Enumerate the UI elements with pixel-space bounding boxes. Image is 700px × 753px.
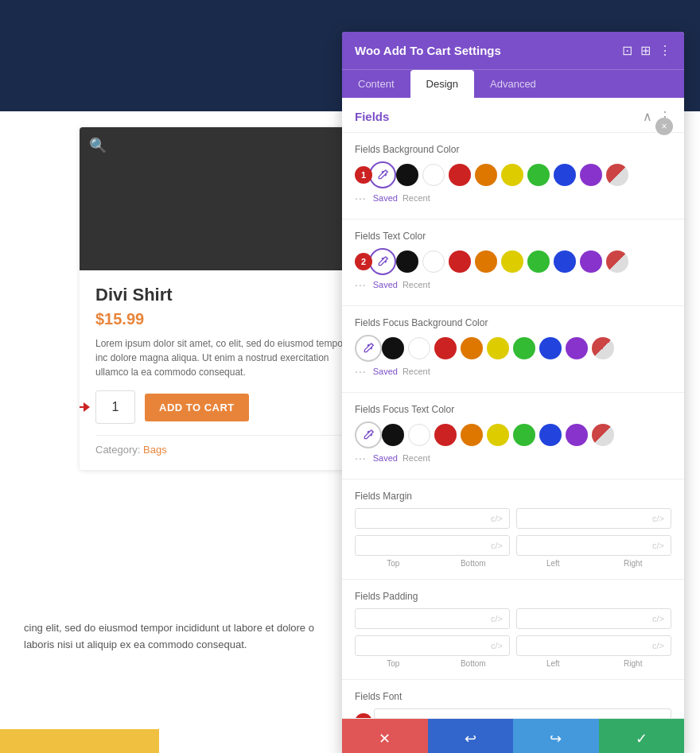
swatch-red-1[interactable] xyxy=(449,164,471,186)
saved-label-1[interactable]: Saved xyxy=(373,193,398,203)
bottom-yellow-bar xyxy=(0,729,159,753)
color-meta-4: ··· Saved Recent xyxy=(355,448,671,468)
margin-right-field[interactable]: c/> xyxy=(516,535,671,556)
add-to-cart-button[interactable]: ADD TO CART xyxy=(145,394,249,421)
swatch-yellow-1[interactable] xyxy=(501,164,523,186)
swatch-red-4[interactable] xyxy=(434,424,457,446)
eyedropper-1[interactable] xyxy=(369,161,396,188)
field-group-padding: Fields Padding c/> c/> c/> c/> Top Botto… xyxy=(342,580,684,680)
eyedropper-icon-4 xyxy=(362,429,375,441)
swatch-purple-2[interactable] xyxy=(580,250,602,273)
more-icon[interactable]: ⋮ xyxy=(659,43,671,58)
swatch-white-3[interactable] xyxy=(408,337,430,359)
swatch-transparent-4[interactable] xyxy=(592,424,614,446)
swatch-purple-3[interactable] xyxy=(566,337,588,359)
swatch-red-3[interactable] xyxy=(434,337,457,359)
panel-close-button[interactable]: × xyxy=(655,118,673,135)
swatch-black-1[interactable] xyxy=(396,164,418,186)
font-value: Roboto xyxy=(383,716,416,719)
three-dots-4[interactable]: ··· xyxy=(355,452,367,464)
swatch-black-4[interactable] xyxy=(382,424,404,446)
margin-top-field[interactable]: c/> xyxy=(355,508,510,529)
recent-label-4[interactable]: Recent xyxy=(402,453,430,463)
field-group-bg-color: Fields Background Color 1 xyxy=(342,133,684,219)
font-select[interactable]: Roboto ⇅ xyxy=(374,708,671,718)
saved-label-3[interactable]: Saved xyxy=(373,367,398,376)
product-category: Category: Bags xyxy=(95,435,350,456)
save-button[interactable]: ✓ xyxy=(599,719,685,753)
swatch-orange-1[interactable] xyxy=(475,164,497,186)
eyedropper-2[interactable] xyxy=(369,248,396,275)
section-title: Fields xyxy=(355,110,389,123)
panel-header-icons: ⊡ ⊞ ⋮ xyxy=(622,43,671,58)
three-dots-3[interactable]: ··· xyxy=(355,365,367,378)
margin-left-field[interactable]: c/> xyxy=(355,535,510,556)
margin-bottom-field[interactable]: c/> xyxy=(516,508,671,529)
cancel-button[interactable]: ✕ xyxy=(342,719,428,753)
padding-right-field[interactable]: c/> xyxy=(516,635,671,656)
text-color-row: 2 xyxy=(355,248,671,275)
swatch-transparent-2[interactable] xyxy=(606,250,628,273)
swatch-white-1[interactable] xyxy=(422,164,445,186)
field-group-margin: Fields Margin c/> c/> c/> c/> Top Bottom… xyxy=(342,479,684,580)
swatch-yellow-3[interactable] xyxy=(487,337,509,359)
swatch-orange-4[interactable] xyxy=(461,424,483,446)
padding-top-icon: c/> xyxy=(491,614,503,623)
swatch-black-3[interactable] xyxy=(382,337,404,359)
quantity-input[interactable] xyxy=(95,390,135,424)
swatch-green-2[interactable] xyxy=(527,250,550,273)
swatch-green-3[interactable] xyxy=(513,337,535,359)
padding-left-field[interactable]: c/> xyxy=(355,635,510,656)
padding-top-field[interactable]: c/> xyxy=(355,608,510,629)
padding-bottom-field[interactable]: c/> xyxy=(516,608,671,629)
padding-bottom-label: Bottom xyxy=(435,659,512,668)
saved-label-2[interactable]: Saved xyxy=(373,280,398,289)
three-dots-2[interactable]: ··· xyxy=(355,278,367,291)
margin-labels: Top Bottom Left Right xyxy=(355,559,671,568)
focus-text-color-label: Fields Focus Text Color xyxy=(355,404,671,415)
chevron-up-icon[interactable]: ∧ xyxy=(643,109,652,124)
tab-design[interactable]: Design xyxy=(410,70,474,98)
recent-label-1[interactable]: Recent xyxy=(402,193,430,203)
undo-button[interactable]: ↩ xyxy=(428,719,514,753)
swatch-orange-2[interactable] xyxy=(475,250,497,273)
redo-button[interactable]: ↪ xyxy=(513,719,599,753)
padding-top-label: Top xyxy=(355,659,432,668)
field-group-focus-bg-color: Fields Focus Background Color xyxy=(342,306,684,393)
swatch-orange-3[interactable] xyxy=(461,337,483,359)
eyedropper-4[interactable] xyxy=(355,421,382,448)
swatch-yellow-4[interactable] xyxy=(487,424,509,446)
recent-label-3[interactable]: Recent xyxy=(402,367,430,376)
swatch-yellow-2[interactable] xyxy=(501,250,523,273)
swatch-transparent-1[interactable] xyxy=(606,164,628,186)
swatch-blue-1[interactable] xyxy=(554,164,576,186)
tab-content[interactable]: Content xyxy=(342,70,410,98)
recent-label-2[interactable]: Recent xyxy=(402,280,430,289)
category-link[interactable]: Bags xyxy=(143,444,167,456)
swatch-transparent-3[interactable] xyxy=(592,337,614,359)
swatch-white-4[interactable] xyxy=(408,424,430,446)
margin-bottom-icon: c/> xyxy=(652,514,664,523)
three-dots-1[interactable]: ··· xyxy=(355,192,367,204)
tab-advanced[interactable]: Advanced xyxy=(474,70,552,98)
swatch-black-2[interactable] xyxy=(396,250,418,273)
saved-label-4[interactable]: Saved xyxy=(373,453,398,463)
eyedropper-3[interactable] xyxy=(355,335,382,362)
swatch-blue-2[interactable] xyxy=(554,250,576,273)
swatch-blue-4[interactable] xyxy=(539,424,562,446)
section-header: Fields ∧ ⋮ xyxy=(342,98,684,133)
swatch-purple-4[interactable] xyxy=(566,424,588,446)
swatch-red-2[interactable] xyxy=(449,250,471,273)
bg-color-label: Fields Background Color xyxy=(355,144,671,155)
swatch-white-2[interactable] xyxy=(422,250,445,273)
split-icon[interactable]: ⊞ xyxy=(640,43,651,58)
swatch-blue-3[interactable] xyxy=(539,337,562,359)
margin-right-icon: c/> xyxy=(652,541,664,550)
fullscreen-icon[interactable]: ⊡ xyxy=(622,43,632,58)
bottom-text: cing elit, sed do eiusmod tempor incidid… xyxy=(0,604,350,670)
product-image xyxy=(80,127,366,270)
swatch-green-1[interactable] xyxy=(527,164,550,186)
margin-label: Fields Margin xyxy=(355,491,671,502)
swatch-purple-1[interactable] xyxy=(580,164,602,186)
swatch-green-4[interactable] xyxy=(513,424,535,446)
